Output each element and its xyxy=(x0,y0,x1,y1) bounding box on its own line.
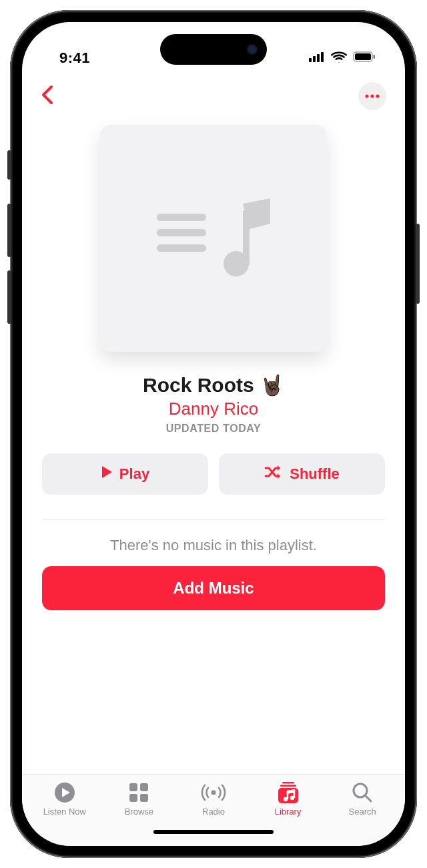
svg-point-8 xyxy=(370,94,374,97)
svg-rect-5 xyxy=(355,53,371,60)
tab-browse[interactable]: Browse xyxy=(102,781,177,817)
playlist-author[interactable]: Danny Rico xyxy=(42,399,385,419)
search-icon xyxy=(352,781,373,804)
home-indicator[interactable] xyxy=(153,830,274,834)
tab-label: Library xyxy=(275,807,302,817)
radio-icon xyxy=(201,781,226,804)
content: Rock Roots 🤘🏿 Danny Rico UPDATED TODAY P… xyxy=(22,117,405,774)
back-button[interactable] xyxy=(41,85,55,107)
artwork-container xyxy=(42,125,385,352)
svg-rect-21 xyxy=(280,785,296,787)
tab-label: Listen Now xyxy=(43,807,86,817)
svg-rect-18 xyxy=(140,794,148,802)
add-music-label: Add Music xyxy=(173,579,254,598)
svg-point-19 xyxy=(211,791,216,795)
tab-radio[interactable]: Radio xyxy=(176,781,251,817)
svg-rect-2 xyxy=(317,54,320,62)
phone-frame: 9:41 xyxy=(10,10,417,858)
tab-label: Search xyxy=(349,807,376,817)
svg-rect-12 xyxy=(157,244,206,252)
playlist-title: Rock Roots 🤘🏿 xyxy=(42,373,385,397)
svg-point-7 xyxy=(365,94,368,97)
shuffle-label: Shuffle xyxy=(290,465,340,483)
play-label: Play xyxy=(119,465,149,483)
shuffle-button[interactable]: Shuffle xyxy=(219,453,385,495)
play-icon xyxy=(101,465,113,483)
browse-icon xyxy=(128,781,149,804)
shuffle-icon xyxy=(264,465,283,483)
nav-bar xyxy=(22,75,405,117)
add-music-button[interactable]: Add Music xyxy=(42,566,385,610)
volume-up-button xyxy=(7,204,11,257)
dynamic-island xyxy=(160,34,267,65)
svg-point-9 xyxy=(376,94,379,97)
more-button[interactable] xyxy=(358,82,386,110)
screen: 9:41 xyxy=(22,22,405,846)
cellular-icon xyxy=(309,51,325,65)
divider xyxy=(42,519,385,519)
tab-search[interactable]: Search xyxy=(325,781,400,817)
svg-rect-15 xyxy=(129,783,137,791)
svg-rect-1 xyxy=(313,56,316,62)
battery-icon xyxy=(353,51,376,65)
svg-rect-0 xyxy=(309,58,312,62)
status-indicators xyxy=(309,51,376,65)
front-camera xyxy=(247,44,258,55)
tab-label: Radio xyxy=(202,807,225,817)
svg-rect-11 xyxy=(157,229,206,236)
wifi-icon xyxy=(331,51,347,65)
tab-label: Browse xyxy=(125,807,153,817)
svg-rect-20 xyxy=(282,782,294,784)
svg-rect-16 xyxy=(140,783,148,791)
status-time: 9:41 xyxy=(59,49,90,67)
svg-rect-10 xyxy=(157,214,206,221)
volume-down-button xyxy=(7,270,11,324)
power-button xyxy=(416,224,420,304)
action-row: Play Shuffle xyxy=(42,453,385,495)
playlist-placeholder-icon xyxy=(150,190,277,286)
tab-bar: Listen Now Browse Radio xyxy=(22,774,405,819)
svg-rect-6 xyxy=(374,55,376,59)
svg-rect-3 xyxy=(321,52,324,62)
library-icon xyxy=(277,781,300,804)
svg-rect-17 xyxy=(129,794,137,802)
ringer-switch xyxy=(7,150,11,180)
tab-listen-now[interactable]: Listen Now xyxy=(27,781,102,817)
more-icon xyxy=(364,94,380,98)
playlist-updated: UPDATED TODAY xyxy=(42,423,385,435)
empty-playlist-message: There's no music in this playlist. xyxy=(42,537,385,554)
home-indicator-area xyxy=(22,819,405,846)
title-block: Rock Roots 🤘🏿 Danny Rico UPDATED TODAY xyxy=(42,373,385,435)
tab-library[interactable]: Library xyxy=(251,781,326,817)
play-button[interactable]: Play xyxy=(42,453,208,495)
playlist-artwork[interactable] xyxy=(100,125,327,352)
listen-now-icon xyxy=(53,781,76,804)
